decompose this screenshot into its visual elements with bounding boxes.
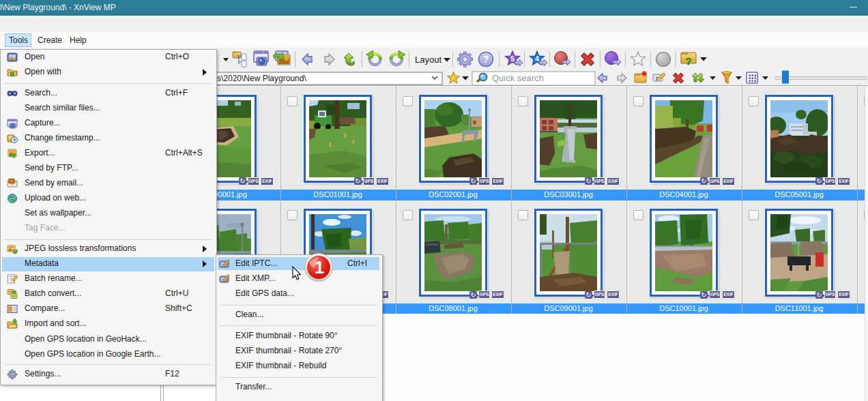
svg-text:5: 5 bbox=[510, 55, 515, 63]
svg-text:?: ? bbox=[685, 55, 691, 67]
svg-text:4: 4 bbox=[535, 55, 539, 63]
svg-text:1: 1 bbox=[315, 257, 324, 278]
svg-text:Quick search: Quick search bbox=[492, 73, 544, 83]
svg-text:Layout: Layout bbox=[415, 55, 442, 65]
svg-text:?: ? bbox=[483, 54, 489, 65]
svg-text:s\2020\New Playground\: s\2020\New Playground\ bbox=[217, 74, 306, 83]
